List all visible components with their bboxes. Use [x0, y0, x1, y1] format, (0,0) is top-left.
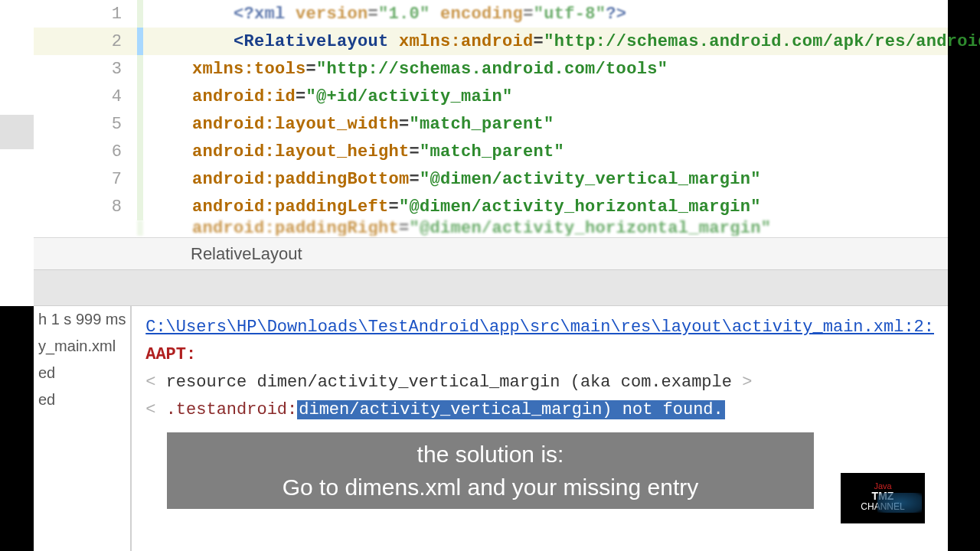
error-path-link[interactable]: C:\Users\HP\Downloads\TestAndroid\app\sr… — [145, 318, 934, 337]
caption-line: the solution is: — [417, 438, 564, 471]
line-number: 3 — [34, 60, 137, 79]
brush-icon — [877, 493, 922, 513]
error-output[interactable]: C:\Users\HP\Downloads\TestAndroid\app\sr… — [132, 306, 948, 551]
line-number: 2 — [34, 32, 137, 51]
gutter-bar — [137, 220, 143, 236]
breadcrumb-item[interactable]: RelativeLayout — [191, 244, 302, 264]
build-time: h 1 s 999 ms — [34, 306, 130, 333]
build-tree-item[interactable]: ed — [34, 360, 130, 386]
gutter-bar — [137, 0, 143, 28]
error-label: AAPT: — [145, 345, 196, 364]
angle-icon: > — [742, 373, 752, 392]
code-line[interactable]: 8 android:paddingLeft="@dimen/activity_h… — [34, 193, 948, 220]
caption-line: Go to dimens.xml and your missing entry — [283, 471, 699, 504]
code-line[interactable]: 6 android:layout_height="match_parent" — [34, 138, 948, 165]
gutter-bar — [137, 55, 143, 83]
build-tree-item[interactable]: y_main.xml — [34, 333, 130, 360]
error-text: .testandroid: — [166, 400, 298, 419]
line-number: 8 — [34, 197, 137, 217]
build-output-pane: h 1 s 999 ms y_main.xml ed ed C:\Users\H… — [34, 306, 948, 551]
line-number: 1 — [34, 5, 137, 24]
fold-gutter-marker — [0, 115, 34, 149]
angle-icon: < — [145, 400, 155, 419]
error-text: resource dimen/activity_vertical_margin … — [166, 373, 732, 392]
line-number: 4 — [34, 87, 137, 106]
code-line[interactable]: 5 android:layout_width="match_parent" — [34, 110, 948, 138]
caption-overlay: the solution is: Go to dimens.xml and yo… — [167, 432, 814, 509]
channel-logo: Java TMZ CHANNEL — [841, 473, 925, 523]
gutter-bar — [137, 28, 143, 55]
line-number: 7 — [34, 170, 137, 189]
build-tree-item[interactable]: ed — [34, 386, 130, 413]
pane-divider[interactable] — [34, 269, 948, 306]
build-tree[interactable]: h 1 s 999 ms y_main.xml ed ed — [34, 306, 132, 551]
fold-gutter — [0, 0, 34, 306]
gutter-bar — [137, 138, 143, 165]
gutter-bar — [137, 83, 143, 110]
gutter-bar — [137, 193, 143, 220]
code-line[interactable]: 4 android:id="@+id/activity_main" — [34, 83, 948, 110]
error-selection[interactable]: dimen/activity_vertical_margin) not foun… — [297, 400, 725, 419]
line-number: 5 — [34, 115, 137, 134]
breadcrumb[interactable]: RelativeLayout — [34, 237, 948, 269]
gutter-bar — [137, 110, 143, 138]
code-line[interactable]: android:paddingRight="@dimen/activity_ho… — [34, 220, 948, 236]
line-number: 6 — [34, 142, 137, 161]
code-line[interactable]: 7 android:paddingBottom="@dimen/activity… — [34, 165, 948, 193]
angle-icon: < — [145, 373, 155, 392]
code-editor[interactable]: 1 <?xml version="1.0" encoding="utf-8"?>… — [34, 0, 948, 236]
gutter-bar — [137, 165, 143, 193]
